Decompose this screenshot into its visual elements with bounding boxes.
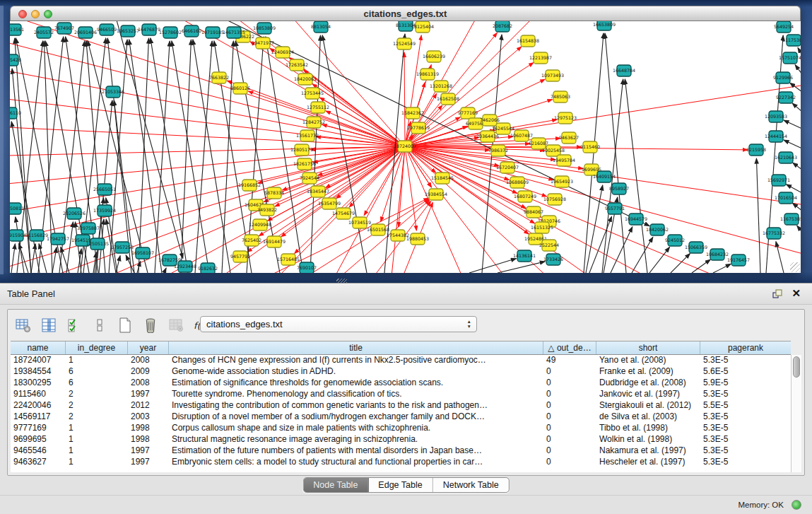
graph-edge — [16, 217, 24, 273]
graph-node-label: 16653809 — [593, 22, 616, 27]
table-row[interactable]: 977716911998Corpus callosum shape and si… — [11, 423, 791, 434]
table-cell: Wolkin et al. (1998) — [596, 434, 700, 445]
table-cell: 1997 — [128, 457, 169, 468]
table-cell: 1 — [66, 434, 128, 445]
graph-node-label: 25665051 — [93, 187, 116, 192]
table-row[interactable]: 1872400712008Changes of HCN gene express… — [11, 355, 791, 366]
network-window-titlebar[interactable]: citations_edges.txt — [10, 6, 801, 21]
column-header-pagerank[interactable]: pagerank — [700, 341, 791, 354]
graph-edge — [11, 122, 40, 273]
graph-node-label: 12093583 — [765, 114, 787, 119]
graph-node-label: 16775332 — [763, 230, 785, 235]
graph-node-label: 14671355 — [223, 30, 245, 35]
graph-node-label: 9227342 — [776, 95, 796, 100]
graph-edge — [692, 259, 710, 273]
window-resize-grip[interactable] — [790, 262, 800, 272]
table-row[interactable]: 1456911722003Disruption of a novel membe… — [11, 411, 791, 423]
graph-node-label: 9777169 — [458, 110, 478, 115]
graph-node-label: 17359924 — [93, 208, 116, 213]
table-cell: Tibbo et al. (1998) — [596, 423, 700, 434]
graph-node-label: 8958927 — [609, 186, 629, 191]
column-header-in-degree[interactable]: in_degree — [66, 341, 128, 354]
table-row[interactable]: 911546021997Tourette syndrome. Phenomeno… — [11, 389, 791, 400]
close-panel-icon[interactable]: ✕ — [792, 287, 801, 300]
graph-node-label: 11675385 — [780, 216, 801, 221]
graph-edge — [180, 21, 405, 146]
graph-edge — [155, 41, 170, 273]
graph-node-label: 12755112 — [307, 105, 329, 110]
table-row[interactable]: 969969511998Structural magnetic resonanc… — [11, 434, 791, 445]
column-header-short[interactable]: short — [596, 341, 700, 354]
table-cell: 5.6E-5 — [700, 366, 791, 378]
tab-network-table[interactable]: Network Table — [433, 478, 509, 492]
graph-node-label: 6466160 — [182, 28, 201, 33]
table-cell: Tourette syndrome. Phenomenology and cla… — [169, 389, 543, 400]
graph-node-label: 12409948 — [249, 222, 271, 227]
table-cell: Estimation of the future numbers of pati… — [169, 445, 543, 457]
table-cell: 0 — [543, 434, 596, 445]
graph-node-label: 9557791 — [605, 206, 625, 211]
graph-edge — [275, 146, 405, 206]
graph-node-label: 16476879 — [138, 27, 160, 32]
table-row[interactable]: 946362711997Embryonic stem cells: a mode… — [11, 457, 791, 468]
graph-node-label: 10734519 — [348, 220, 371, 225]
graph-node-label: 13561772 — [296, 133, 319, 138]
row-height-button[interactable] — [90, 316, 109, 335]
column-header-year[interactable]: year — [128, 341, 169, 354]
select-all-columns-button[interactable] — [64, 316, 83, 335]
column-header-out-degree-sorted[interactable]: △ out_de… — [543, 341, 596, 354]
delete-table-button[interactable] — [141, 316, 160, 335]
minimize-window-button[interactable] — [31, 10, 40, 18]
table-cell: 5.3E-5 — [700, 355, 791, 366]
network-window-title: citations_edges.txt — [11, 6, 800, 21]
graph-node-label: 32975887 — [77, 226, 100, 230]
scrollbar-thumb[interactable] — [793, 356, 800, 378]
table-cell: 2 — [66, 411, 128, 423]
graph-node-label: 12753445 — [301, 90, 324, 95]
create-table-button[interactable] — [115, 316, 134, 335]
column-header-title[interactable]: title — [169, 341, 543, 354]
table-select[interactable]: citations_edges.txt ▲▼ — [200, 316, 477, 332]
table-cell: 1 — [66, 355, 128, 366]
table-cell: 18724007 — [11, 355, 66, 366]
graph-node-label: 16807249 — [514, 194, 536, 199]
graph-node-label: 7924544 — [300, 175, 319, 180]
table-row[interactable]: 1938455462009Genome-wide association stu… — [11, 366, 791, 378]
table-cell: 2 — [66, 400, 128, 411]
table-cell: 5.9E-5 — [700, 378, 791, 389]
graph-edge — [625, 79, 647, 273]
import-table-button[interactable] — [166, 316, 185, 335]
tab-node-table[interactable]: Node Table — [303, 478, 368, 492]
graph-node-label: 7625402 — [242, 238, 261, 243]
table-cell: Yano et al. (2008) — [596, 355, 700, 366]
table-vertical-scrollbar[interactable] — [791, 355, 801, 472]
table-mode-button[interactable] — [13, 316, 33, 335]
zoom-window-button[interactable] — [44, 10, 52, 18]
graph-node-label: 15751074 — [779, 55, 801, 60]
table-row[interactable]: 1830029562008Estimation of significance … — [11, 378, 791, 389]
table-cell: 2008 — [128, 378, 169, 389]
network-canvas[interactable]: 1872400719384554151845451812540412524549… — [10, 21, 801, 273]
table-cell: 2008 — [128, 355, 169, 366]
table-row[interactable]: 946554611997Estimation of the future num… — [11, 445, 791, 457]
graph-node-label: 18420062 — [646, 227, 669, 232]
graph-edge — [756, 158, 760, 273]
float-panel-icon[interactable] — [772, 289, 782, 302]
table-row[interactable]: 2242004622012Investigating the contribut… — [11, 400, 791, 411]
network-window[interactable]: citations_edges.txt 18724007193845541518… — [10, 6, 801, 273]
graph-edge — [10, 146, 405, 156]
desktop-left-highlight — [0, 6, 4, 274]
graph-edge — [404, 52, 405, 146]
graph-node-label: 15278602 — [159, 30, 182, 35]
column-visibility-button[interactable] — [39, 316, 58, 335]
column-header-name[interactable]: name — [11, 341, 66, 354]
graph-node-label: 18420061 — [294, 76, 317, 81]
graph-node-label: 12842752 — [302, 119, 325, 124]
table-cell: Nakamura et al. (1997) — [596, 445, 700, 457]
table-type-tabs: Node Table Edge Table Network Table — [302, 477, 509, 493]
tab-edge-table[interactable]: Edge Table — [368, 478, 433, 492]
graph-node-label: 9884067 — [524, 209, 543, 214]
close-window-button[interactable] — [18, 10, 27, 18]
graph-node-label: 15066359 — [685, 245, 707, 250]
graph-node-label: 15692971 — [767, 177, 790, 182]
